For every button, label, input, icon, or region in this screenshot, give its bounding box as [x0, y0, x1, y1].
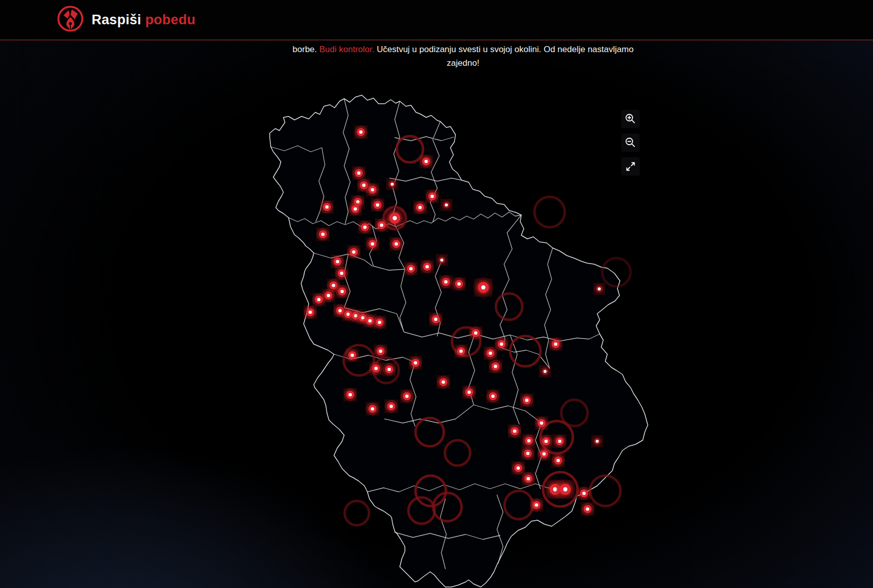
map-marker[interactable]	[347, 245, 361, 259]
map-marker[interactable]	[366, 237, 380, 251]
map-marker[interactable]	[369, 362, 383, 375]
map-marker[interactable]	[374, 345, 388, 358]
map-marker[interactable]	[358, 221, 372, 234]
map-marker[interactable]	[454, 345, 468, 358]
expand-arrows-icon	[625, 160, 637, 173]
map-marker[interactable]	[484, 347, 497, 360]
map-marker[interactable]	[316, 228, 330, 241]
map-marker[interactable]	[386, 178, 398, 190]
map-marker[interactable]	[577, 487, 591, 500]
map-marker[interactable]	[335, 267, 349, 280]
budi-kontrolor-highlight: Budi kontrolor.	[319, 45, 375, 54]
pulse-ring	[590, 476, 620, 506]
map-marker[interactable]	[383, 363, 396, 376]
map-marker[interactable]	[535, 416, 549, 430]
header: Raspiši pobedu	[0, 0, 873, 40]
map-marker[interactable]	[366, 183, 380, 197]
map-marker[interactable]	[312, 293, 326, 307]
map-marker[interactable]	[436, 254, 448, 266]
map-marker[interactable]	[553, 435, 567, 448]
pulse-ring	[534, 197, 565, 227]
map-marker[interactable]	[421, 260, 434, 274]
map-marker[interactable]	[537, 447, 551, 461]
map-marker[interactable]	[508, 425, 522, 438]
map-marker[interactable]	[591, 435, 603, 447]
magnifier-plus-icon	[625, 113, 637, 125]
map-marker[interactable]	[452, 277, 466, 291]
map-marker[interactable]	[549, 338, 563, 351]
map-marker[interactable]	[539, 365, 551, 377]
map-marker[interactable]	[349, 202, 362, 216]
map-marker[interactable]	[371, 198, 385, 212]
map-marker[interactable]	[390, 237, 403, 251]
pen-nib-logo-icon	[57, 5, 84, 34]
brand-logo[interactable]: Raspiši pobedu	[57, 5, 195, 34]
map-marker[interactable]	[437, 375, 450, 389]
map-marker[interactable]	[440, 199, 452, 211]
intro-line2: borbe. Budi kontrolor. Učestvuj u podiza…	[293, 45, 634, 54]
zoom-in-button[interactable]	[621, 110, 640, 128]
magnifier-minus-icon	[625, 137, 637, 149]
intro-line3: zajedno!	[447, 58, 479, 68]
map-marker[interactable]	[522, 472, 535, 486]
map-marker[interactable]	[304, 306, 317, 319]
map-marker[interactable]	[581, 502, 595, 516]
map-marker[interactable]	[409, 356, 423, 370]
zoom-out-button[interactable]	[621, 134, 640, 152]
map-marker[interactable]	[366, 402, 380, 416]
map-marker[interactable]	[489, 360, 503, 373]
map-marker[interactable]	[486, 390, 500, 403]
map-marker[interactable]	[352, 166, 366, 180]
map-marker[interactable]	[463, 386, 476, 399]
map-marker[interactable]	[413, 201, 427, 215]
map-marker[interactable]	[385, 400, 398, 413]
map-marker[interactable]	[520, 394, 534, 407]
map-marker[interactable]	[429, 313, 443, 326]
map-marker[interactable]	[530, 498, 544, 512]
fullscreen-button[interactable]	[621, 157, 640, 176]
map-marker[interactable]	[439, 275, 453, 289]
map-marker[interactable]	[404, 262, 418, 276]
map-marker[interactable]	[552, 454, 565, 468]
brand-title: Raspiši pobedu	[92, 12, 195, 28]
map-marker[interactable]	[385, 208, 405, 228]
map-marker[interactable]	[336, 285, 349, 299]
map-marker[interactable]	[420, 155, 433, 169]
map-marker[interactable]	[426, 190, 439, 203]
map-marker[interactable]	[346, 349, 359, 362]
serbia-map[interactable]	[268, 91, 653, 588]
map-marker[interactable]	[320, 200, 334, 214]
map-marker[interactable]	[344, 388, 357, 402]
map-marker[interactable]	[469, 326, 483, 340]
map-marker[interactable]	[593, 283, 605, 295]
map-marker[interactable]	[539, 435, 553, 448]
map-marker[interactable]	[473, 277, 493, 298]
map-marker[interactable]	[555, 479, 575, 499]
pulse-ring	[345, 501, 369, 525]
map-marker[interactable]	[521, 447, 535, 460]
map-marker[interactable]	[522, 434, 536, 448]
map-marker[interactable]	[354, 125, 368, 139]
map-marker[interactable]	[331, 255, 345, 269]
map-marker[interactable]	[400, 390, 414, 403]
map-controls	[621, 110, 640, 176]
map-marker[interactable]	[373, 316, 387, 329]
